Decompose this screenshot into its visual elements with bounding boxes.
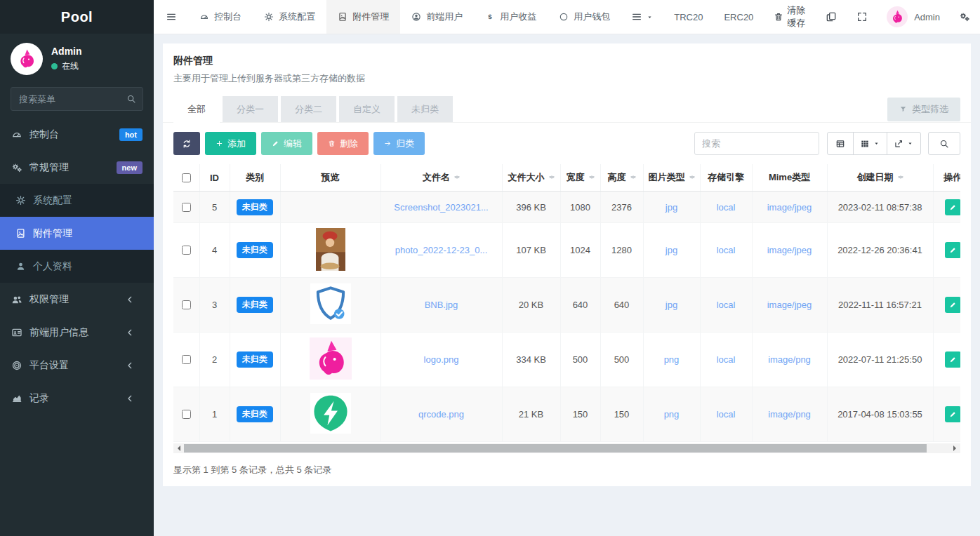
column-header[interactable]: 创建日期 (827, 164, 933, 192)
image-type-link[interactable]: jpg (666, 202, 677, 213)
sidebar-item-records[interactable]: 记录 (0, 382, 154, 415)
classify-button[interactable]: 归类 (373, 132, 425, 155)
image-height: 1280 (600, 223, 643, 278)
arrow-right-icon (384, 140, 392, 147)
row-checkbox[interactable] (182, 355, 191, 364)
select-all-checkbox[interactable] (182, 173, 191, 182)
column-header[interactable]: 图片类型 (643, 164, 700, 192)
tab-all[interactable]: 全部 (173, 96, 220, 123)
tab-custom[interactable]: 自定义 (339, 96, 395, 122)
tab-category-1[interactable]: 分类一 (223, 96, 278, 122)
topbar-tab-attachments[interactable]: 附件管理 (326, 0, 400, 34)
mime-type-link[interactable]: image/png (768, 354, 811, 365)
topbar-tab-dashboard[interactable]: 控制台 (188, 0, 253, 34)
unicorn-preview[interactable] (310, 337, 352, 380)
column-header[interactable]: 文件大小 (502, 164, 560, 192)
edit-row-button[interactable] (945, 297, 960, 313)
sidebar-item-platform-settings[interactable]: 平台设置 (0, 349, 154, 382)
storage-link[interactable]: local (717, 202, 736, 213)
storage-link[interactable]: local (717, 409, 736, 420)
column-header: 类别 (230, 164, 280, 192)
topbar-link-erc20[interactable]: ERC20 (713, 12, 764, 22)
sidebar-item-permissions[interactable]: 权限管理 (0, 283, 154, 316)
mime-type-link[interactable]: image/jpeg (767, 202, 812, 213)
hot-badge: hot (119, 128, 143, 141)
search-icon (939, 139, 949, 149)
topbar-tab-frontend-users[interactable]: 前端用户 (400, 0, 474, 34)
column-header: 操作 (933, 164, 960, 192)
settings-button[interactable] (949, 0, 980, 34)
sidebar-item-frontend-users[interactable]: 前端用户信息 (0, 316, 154, 349)
gear-icon (264, 12, 274, 22)
image-type-link[interactable]: png (664, 409, 680, 420)
sidebar-toggle-button[interactable] (154, 0, 188, 34)
sidebar: Pool Admin 在线 控制台 hot 常规管理 new (0, 0, 154, 536)
tabs-dropdown-button[interactable] (621, 0, 663, 34)
scroll-left-button[interactable] (173, 443, 183, 453)
image-type-link[interactable]: png (664, 354, 680, 365)
mime-type-link[interactable]: image/jpeg (767, 300, 812, 310)
clear-cache-button[interactable]: 清除缓存 (764, 0, 816, 34)
storage-link[interactable]: local (717, 300, 736, 310)
preview-cell (310, 283, 351, 324)
column-header[interactable]: 文件名 (380, 164, 502, 192)
row-checkbox[interactable] (182, 300, 191, 309)
photo-preview[interactable] (316, 228, 345, 271)
circle-icon (559, 12, 569, 22)
topbar-tab-user-earnings[interactable]: 用户收益 (474, 0, 548, 34)
admin-name: Admin (914, 12, 940, 22)
column-header[interactable]: 高度 (600, 164, 643, 192)
sidebar-item-profile[interactable]: 个人资料 (0, 250, 154, 283)
topbar-link-trc20[interactable]: TRC20 (663, 12, 713, 22)
add-button[interactable]: 添加 (205, 132, 256, 155)
detail-view-button[interactable] (827, 132, 854, 155)
columns-button[interactable] (853, 132, 887, 155)
edit-row-button[interactable] (945, 351, 960, 368)
sidebar-item-general[interactable]: 常规管理 new (0, 151, 154, 184)
sidebar-item-dashboard[interactable]: 控制台 hot (0, 118, 154, 151)
sidebar-item-attachments[interactable]: 附件管理 (0, 217, 154, 250)
mime-type-link[interactable]: image/png (768, 409, 811, 420)
topbar-tab-system-config[interactable]: 系统配置 (253, 0, 326, 34)
docs-button[interactable] (816, 0, 847, 34)
bolt-preview[interactable] (310, 393, 351, 434)
edit-row-button[interactable] (945, 406, 960, 422)
tab-category-2[interactable]: 分类二 (281, 96, 336, 122)
scroll-right-button[interactable] (951, 443, 960, 453)
filename-link[interactable]: photo_2022-12-23_0... (395, 245, 488, 255)
row-checkbox[interactable] (182, 203, 191, 212)
edit-row-button[interactable] (945, 199, 960, 215)
topbar-tab-user-wallet[interactable]: 用户钱包 (548, 0, 621, 34)
mime-type-link[interactable]: image/jpeg (767, 245, 812, 255)
storage-link[interactable]: local (717, 354, 736, 365)
edit-row-button[interactable] (945, 242, 960, 258)
menu-search-input[interactable] (11, 87, 143, 111)
online-dot-icon (51, 63, 58, 69)
export-button[interactable] (887, 132, 921, 155)
filename-link[interactable]: BNB.jpg (425, 300, 458, 310)
filename-link[interactable]: logo.png (424, 354, 459, 365)
shield-preview[interactable] (310, 283, 351, 324)
storage-link[interactable]: local (717, 245, 736, 255)
image-type-link[interactable]: jpg (666, 300, 677, 310)
created-date: 2022-11-11 16:57:21 (827, 278, 933, 333)
column-header[interactable]: 宽度 (560, 164, 600, 192)
table-search-input[interactable] (694, 132, 819, 155)
delete-button[interactable]: 删除 (317, 132, 369, 155)
filename-link[interactable]: qrcode.png (418, 409, 464, 420)
scrollbar-thumb[interactable] (184, 444, 927, 453)
row-checkbox[interactable] (182, 410, 191, 419)
horizontal-scrollbar[interactable] (173, 443, 960, 453)
row-id: 2 (199, 333, 230, 387)
tab-unclassified[interactable]: 未归类 (397, 96, 453, 122)
edit-button[interactable]: 编辑 (261, 132, 312, 155)
image-type-link[interactable]: jpg (666, 245, 677, 255)
topbar-admin-menu[interactable]: Admin (878, 6, 949, 27)
type-filter-button[interactable]: 类型筛选 (887, 98, 960, 121)
search-button[interactable] (928, 132, 960, 155)
sidebar-item-system-config[interactable]: 系统配置 (0, 184, 154, 217)
fullscreen-button[interactable] (847, 0, 878, 34)
refresh-button[interactable] (173, 132, 200, 155)
row-checkbox[interactable] (182, 246, 191, 255)
filename-link[interactable]: Screenshot_2023021... (394, 202, 488, 213)
